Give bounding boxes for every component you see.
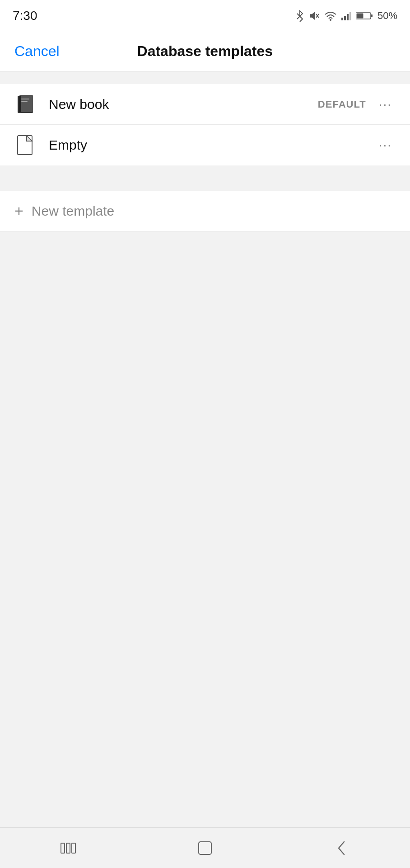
svg-rect-21 [199, 842, 211, 854]
mute-icon [309, 10, 320, 21]
template-item-new-book[interactable]: New book DEFAULT ··· [0, 84, 410, 125]
content-area [0, 231, 410, 840]
status-bar: 7:30 [0, 0, 410, 32]
template-more-new-book[interactable]: ··· [375, 94, 396, 115]
battery-percent: 50% [377, 10, 397, 22]
plus-icon: + [14, 202, 23, 220]
nav-bar: Cancel Database templates [0, 32, 410, 71]
wifi-icon [324, 11, 337, 21]
template-more-empty[interactable]: ··· [375, 134, 396, 156]
bluetooth-icon [295, 10, 304, 22]
template-list: New book DEFAULT ··· Empty ··· [0, 84, 410, 165]
svg-rect-4 [341, 18, 343, 20]
doc-icon [14, 133, 38, 157]
svg-rect-10 [371, 14, 373, 17]
book-icon [14, 93, 38, 116]
template-name-empty: Empty [49, 137, 375, 153]
svg-rect-20 [72, 843, 75, 853]
template-name-new-book: New book [49, 97, 318, 112]
default-badge: DEFAULT [318, 99, 366, 110]
recent-apps-icon [60, 841, 76, 855]
cancel-button[interactable]: Cancel [14, 43, 60, 60]
template-item-empty[interactable]: Empty ··· [0, 125, 410, 165]
section-divider-top [0, 71, 410, 84]
svg-rect-13 [19, 96, 21, 112]
svg-rect-6 [347, 14, 349, 20]
back-button[interactable] [324, 835, 360, 862]
svg-rect-14 [21, 99, 29, 99]
svg-rect-18 [61, 843, 65, 853]
svg-marker-0 [310, 12, 315, 19]
section-divider-middle [0, 165, 410, 178]
svg-rect-9 [356, 14, 363, 19]
new-template-button[interactable]: + New template [0, 191, 410, 231]
svg-rect-12 [19, 95, 33, 112]
back-icon [335, 840, 349, 856]
svg-point-3 [330, 19, 331, 21]
home-icon [197, 840, 213, 856]
svg-rect-19 [66, 843, 70, 853]
bottom-nav-bar [0, 827, 410, 868]
recent-apps-button[interactable] [50, 835, 86, 862]
status-icons: 50% [295, 10, 397, 22]
svg-rect-7 [349, 12, 351, 20]
svg-rect-5 [344, 16, 346, 20]
svg-rect-15 [21, 101, 28, 102]
signal-icon [341, 11, 351, 20]
battery-icon [356, 11, 373, 20]
new-template-label: New template [32, 203, 114, 219]
home-button[interactable] [187, 835, 223, 862]
status-time: 7:30 [13, 9, 37, 23]
page-title: Database templates [137, 43, 273, 60]
